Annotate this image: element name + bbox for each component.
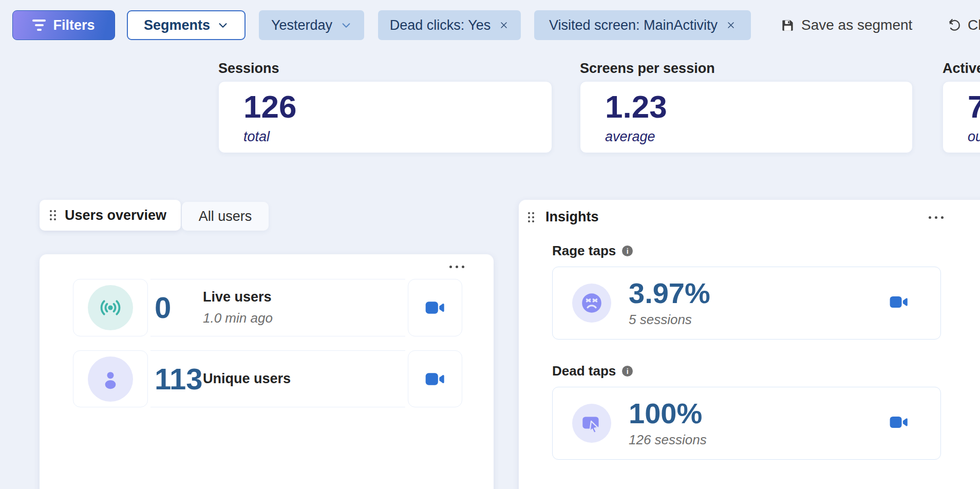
info-icon[interactable]: i	[622, 246, 633, 256]
insights-panel: Insights Rage taps i 3.97% 5 sessions	[519, 200, 980, 489]
close-icon[interactable]	[499, 20, 509, 30]
dead-taps-value: 100%	[629, 399, 707, 428]
video-camera-icon	[889, 294, 909, 310]
unique-users-label: Unique users	[203, 371, 291, 387]
tab-users-overview[interactable]: Users overview	[40, 200, 181, 231]
chevron-down-icon	[217, 20, 229, 31]
video-camera-icon	[889, 414, 909, 430]
segments-button[interactable]: Segments	[127, 10, 246, 40]
rage-taps-recordings-button[interactable]	[889, 294, 909, 312]
tab-all-users-label: All users	[199, 209, 252, 224]
filter-chip-visited-screen[interactable]: Visited screen: MainActivity	[534, 10, 751, 40]
unique-users-stat: 113 Unique users	[150, 350, 405, 407]
save-as-segment-button[interactable]: Save as segment	[781, 10, 912, 40]
rage-taps-card: 3.97% 5 sessions	[552, 267, 941, 340]
live-users-icon-box	[73, 279, 148, 336]
metric-card-active-time: 7 ou	[943, 81, 980, 153]
info-icon[interactable]: i	[622, 366, 633, 377]
filter-icon	[32, 20, 46, 31]
filters-button[interactable]: Filters	[12, 10, 115, 40]
metric-title-active-time: Active t	[943, 61, 980, 77]
video-camera-icon	[425, 299, 445, 316]
metric-value: 126	[243, 91, 296, 123]
unique-users-value: 113	[155, 364, 203, 394]
live-users-label: Live users	[203, 289, 273, 305]
live-broadcast-icon	[88, 285, 133, 330]
unique-users-row: 113 Unique users	[73, 350, 462, 407]
close-icon[interactable]	[726, 20, 736, 30]
undo-icon	[947, 18, 961, 32]
filter-chip-label: Visited screen: MainActivity	[549, 17, 718, 33]
metric-caption: average	[605, 129, 655, 145]
users-overview-panel: 0 Live users 1.0 min ago 113	[40, 254, 494, 489]
dead-taps-label-text: Dead taps	[552, 363, 616, 379]
unique-users-recordings-button[interactable]	[408, 350, 462, 407]
more-menu-icon[interactable]	[926, 213, 947, 222]
live-users-row: 0 Live users 1.0 min ago	[73, 279, 462, 336]
dead-taps-label: Dead taps i	[552, 363, 633, 379]
live-users-recordings-button[interactable]	[408, 279, 462, 336]
live-users-updated: 1.0 min ago	[203, 310, 273, 326]
date-filter-label: Yesterday	[271, 17, 332, 33]
metric-value: 1.23	[605, 91, 667, 123]
angry-face-icon	[572, 284, 611, 323]
insights-title: Insights	[545, 209, 599, 225]
filters-button-label: Filters	[53, 17, 95, 33]
unique-users-icon-box	[73, 350, 148, 407]
clear-button-label: Cl	[968, 17, 980, 33]
dead-tap-cursor-icon	[572, 404, 611, 443]
segments-button-label: Segments	[144, 17, 210, 33]
rage-taps-label: Rage taps i	[552, 243, 633, 259]
more-menu-icon[interactable]	[446, 262, 467, 271]
rage-taps-value: 3.97%	[629, 279, 710, 308]
dead-taps-sessions: 126 sessions	[629, 432, 707, 448]
dead-taps-recordings-button[interactable]	[889, 414, 909, 432]
date-filter-chip[interactable]: Yesterday	[259, 10, 364, 40]
filter-chip-label: Dead clicks: Yes	[390, 17, 491, 33]
metric-card-sessions: 126 total	[218, 81, 552, 153]
drag-handle-icon[interactable]	[50, 210, 56, 220]
rage-taps-sessions: 5 sessions	[629, 312, 710, 328]
metric-value: 7	[968, 91, 980, 123]
metric-card-screens-per-session: 1.23 average	[580, 81, 913, 153]
dead-taps-card: 100% 126 sessions	[552, 387, 941, 460]
metric-caption: total	[243, 129, 270, 145]
metric-title-sessions: Sessions	[218, 61, 279, 77]
live-users-value: 0	[155, 293, 203, 323]
live-users-stat: 0 Live users 1.0 min ago	[150, 279, 405, 336]
drag-handle-icon[interactable]	[528, 212, 534, 222]
tab-all-users[interactable]: All users	[182, 202, 269, 231]
clear-filters-button[interactable]: Cl	[947, 10, 980, 40]
filter-chip-dead-clicks[interactable]: Dead clicks: Yes	[378, 10, 521, 40]
floppy-disk-icon	[781, 18, 795, 32]
person-icon	[88, 356, 133, 402]
metric-title-screens-per-session: Screens per session	[580, 61, 715, 77]
rage-taps-label-text: Rage taps	[552, 243, 616, 259]
save-as-segment-label: Save as segment	[801, 17, 912, 33]
chevron-down-icon	[341, 20, 352, 31]
video-camera-icon	[425, 370, 445, 388]
tab-users-overview-label: Users overview	[65, 208, 166, 223]
metric-caption: ou	[968, 129, 980, 145]
